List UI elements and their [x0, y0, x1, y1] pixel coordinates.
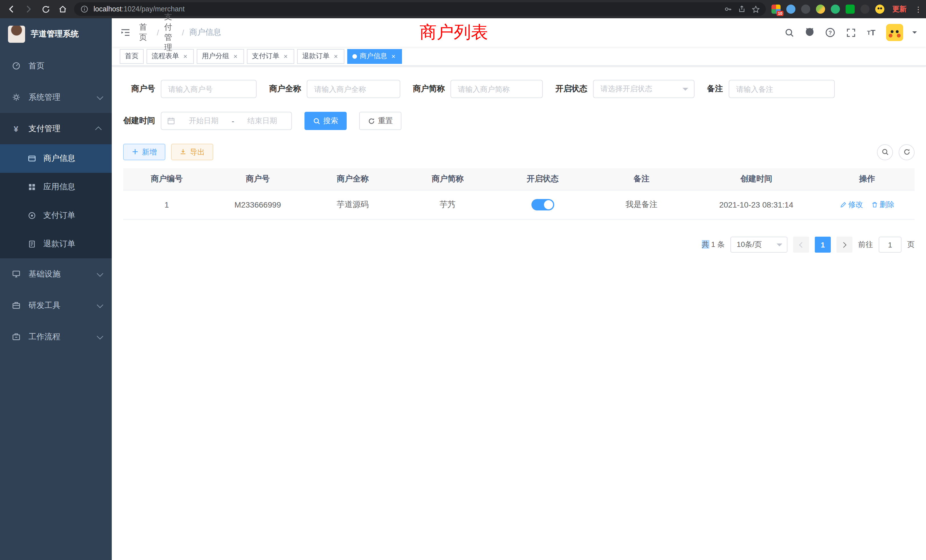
tab-close-icon[interactable] [390, 53, 397, 60]
font-size-icon[interactable]: TT [865, 27, 877, 38]
sidebar: 芋道管理系统 首页 系统管理 ¥ 支付管理 [0, 18, 112, 560]
add-button[interactable]: 新增 [123, 144, 165, 160]
extension-icon-5[interactable] [831, 5, 840, 14]
create-time-label: 创建时间 [123, 116, 155, 126]
cell-create-time: 2021-10-23 08:31:14 [693, 192, 820, 218]
back-icon[interactable] [6, 3, 17, 15]
sidebar-item-pay-order[interactable]: 支付订单 [0, 201, 112, 230]
merchant-no-input[interactable] [161, 80, 257, 98]
col-merchant-no: 商户号 [210, 168, 305, 190]
col-actions: 操作 [820, 168, 915, 190]
logo[interactable]: 芋道管理系统 [0, 18, 112, 50]
key-icon[interactable] [723, 5, 733, 14]
browser-update-button[interactable]: 更新 [890, 4, 909, 14]
extension-icon-2[interactable] [786, 5, 796, 14]
merchant-table: 商户编号 商户号 商户全称 商户简称 开启状态 备注 创建时间 操作 1 M23… [123, 168, 915, 219]
help-icon[interactable]: ? [825, 27, 836, 38]
col-short-name: 商户简称 [400, 168, 495, 190]
delete-link[interactable]: 删除 [871, 200, 894, 210]
date-separator: - [232, 117, 235, 125]
cell-full-name: 芋道源码 [305, 191, 400, 218]
full-name-input[interactable] [307, 80, 400, 98]
create-time-range-picker[interactable]: 开始日期 - 结束日期 [161, 112, 292, 130]
tab-merchant-info[interactable]: 商户信息 [347, 49, 402, 64]
cell-status [495, 191, 590, 219]
cell-merchant-id: 1 [123, 192, 210, 218]
site-info-icon[interactable] [80, 5, 89, 14]
short-name-label: 商户简称 [413, 84, 445, 94]
yen-icon: ¥ [11, 124, 21, 133]
date-end-placeholder: 结束日期 [239, 116, 286, 126]
bookmark-star-icon[interactable] [751, 5, 760, 14]
tab-refund-order[interactable]: 退款订单 [297, 49, 344, 64]
cell-short-name: 芋艿 [400, 191, 495, 218]
extension-icon-7[interactable] [861, 5, 870, 14]
col-remark: 备注 [590, 168, 693, 190]
search-button[interactable]: 搜索 [304, 112, 346, 130]
prev-page-button[interactable] [793, 237, 809, 253]
extension-icon-3[interactable] [801, 5, 810, 14]
share-icon[interactable] [737, 5, 746, 14]
tab-close-icon[interactable] [333, 53, 339, 60]
table-row: 1 M233666999 芋道源码 芋艿 我是备注 2021-10-23 08:… [123, 191, 915, 219]
full-name-label: 商户全称 [269, 84, 301, 94]
sidebar-item-workflow[interactable]: 工作流程 [0, 321, 112, 353]
sidebar-item-refund-order[interactable]: 退款订单 [0, 230, 112, 258]
github-icon[interactable] [804, 27, 816, 38]
tab-pay-order[interactable]: 支付订单 [247, 49, 294, 64]
extension-icon-4[interactable] [816, 5, 825, 14]
monitor-icon [11, 269, 21, 278]
status-toggle[interactable] [531, 199, 554, 210]
search-icon [313, 117, 321, 125]
calendar-icon [167, 117, 176, 125]
avatar[interactable] [886, 24, 903, 41]
reload-icon[interactable] [40, 3, 51, 15]
sidebar-item-app-info[interactable]: 应用信息 [0, 173, 112, 201]
table-toolbar: 新增 导出 [123, 144, 915, 160]
page-1-button[interactable]: 1 [815, 237, 831, 253]
remark-input[interactable] [729, 80, 835, 98]
page-content: 商户号 商户全称 商户简称 开启状态 请选择开启状态 [112, 66, 926, 560]
sidebar-item-home[interactable]: 首页 [0, 50, 112, 82]
page-size-select[interactable]: 10条/页 [731, 237, 787, 253]
chevron-down-icon [97, 333, 103, 339]
chevron-down-icon [776, 243, 782, 249]
sidebar-item-infra[interactable]: 基础设施 [0, 258, 112, 290]
extension-icon-1[interactable]: 10 [772, 5, 781, 14]
logo-avatar [8, 26, 25, 43]
toggle-search-button[interactable] [877, 144, 893, 160]
extension-icon-8[interactable] [875, 5, 884, 14]
fullscreen-icon[interactable] [845, 27, 856, 38]
edit-link[interactable]: 修改 [840, 200, 863, 210]
goto-page-input[interactable] [879, 237, 902, 253]
search-icon[interactable] [784, 27, 795, 38]
reset-button[interactable]: 重置 [359, 112, 401, 130]
home-icon[interactable] [57, 3, 68, 15]
document-icon [27, 239, 36, 249]
tab-close-icon[interactable] [282, 53, 289, 60]
export-button[interactable]: 导出 [171, 144, 213, 160]
col-create-time: 创建时间 [693, 168, 820, 190]
status-select[interactable]: 请选择开启状态 [593, 80, 694, 98]
card-icon [27, 154, 36, 163]
browser-menu-icon[interactable] [915, 5, 920, 14]
forward-icon[interactable] [23, 3, 34, 15]
cell-merchant-no: M233666999 [210, 192, 305, 218]
extension-icon-6[interactable] [846, 5, 855, 14]
play-circle-icon [27, 211, 36, 220]
collapse-sidebar-icon[interactable] [120, 27, 131, 38]
sidebar-item-system[interactable]: 系统管理 [0, 82, 112, 113]
col-status: 开启状态 [495, 168, 590, 190]
breadcrumb-home[interactable]: 首页 [139, 22, 152, 43]
sidebar-item-merchant-info[interactable]: 商户信息 [0, 144, 112, 173]
short-name-input[interactable] [451, 80, 543, 98]
sidebar-item-devtools[interactable]: 研发工具 [0, 290, 112, 321]
avatar-caret-icon[interactable] [912, 31, 917, 36]
status-label: 开启状态 [555, 84, 587, 94]
next-page-button[interactable] [837, 237, 852, 253]
sidebar-item-pay[interactable]: ¥ 支付管理 [0, 113, 112, 144]
refresh-table-button[interactable] [899, 144, 915, 160]
breadcrumb-section[interactable]: 支付管理 [164, 12, 177, 53]
tab-close-icon[interactable] [232, 53, 239, 60]
tab-close-icon[interactable] [182, 53, 189, 60]
